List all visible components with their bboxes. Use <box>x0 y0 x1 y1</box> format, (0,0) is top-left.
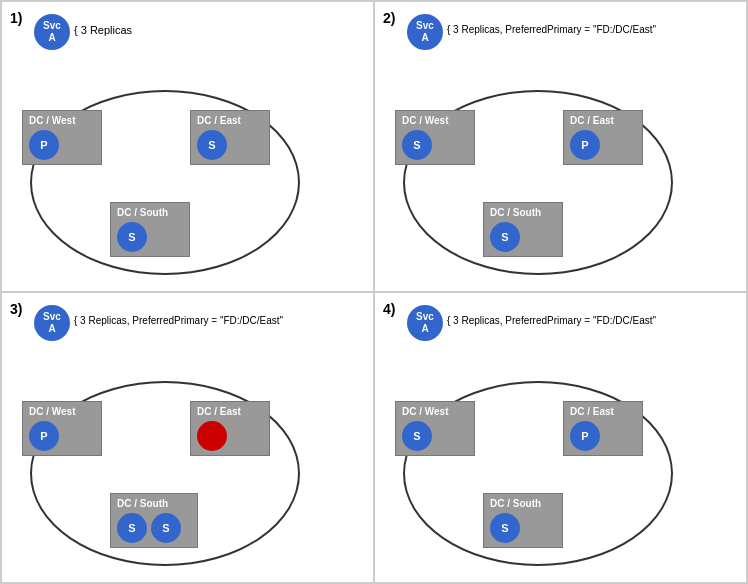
dc-west-1: DC / West P <box>22 110 102 165</box>
dc-south-3: DC / South S S <box>110 493 198 548</box>
quad-label-2: 2) <box>383 10 395 26</box>
dc-south-2: DC / South S <box>483 202 563 257</box>
dc-west-2: DC / West S <box>395 110 475 165</box>
dc-east-2: DC / East P <box>563 110 643 165</box>
dc-east-1: DC / East S <box>190 110 270 165</box>
quadrant-4: 4) SvcA { 3 Replicas, PreferredPrimary =… <box>374 292 747 583</box>
main-grid: 1) SvcA { 3 Replicas DC / West P DC / Ea… <box>0 0 748 584</box>
quad-label-3: 3) <box>10 301 22 317</box>
quadrant-1: 1) SvcA { 3 Replicas DC / West P DC / Ea… <box>1 1 374 292</box>
dc-west-3: DC / West P <box>22 401 102 456</box>
quad-label-4: 4) <box>383 301 395 317</box>
svc-badge-1: SvcA <box>34 14 70 50</box>
brace-desc-2: { 3 Replicas, PreferredPrimary = "FD:/DC… <box>447 24 656 35</box>
svc-badge-2: SvcA <box>407 14 443 50</box>
dc-west-4: DC / West S <box>395 401 475 456</box>
quadrant-2: 2) SvcA { 3 Replicas, PreferredPrimary =… <box>374 1 747 292</box>
dc-south-4: DC / South S <box>483 493 563 548</box>
svc-badge-4: SvcA <box>407 305 443 341</box>
quadrant-3: 3) SvcA { 3 Replicas, PreferredPrimary =… <box>1 292 374 583</box>
brace-desc-1: { 3 Replicas <box>74 24 132 36</box>
brace-desc-3: { 3 Replicas, PreferredPrimary = "FD:/DC… <box>74 315 283 326</box>
brace-desc-4: { 3 Replicas, PreferredPrimary = "FD:/DC… <box>447 315 656 326</box>
svc-badge-3: SvcA <box>34 305 70 341</box>
quad-label-1: 1) <box>10 10 22 26</box>
dc-south-1: DC / South S <box>110 202 190 257</box>
dc-east-3: DC / East <box>190 401 270 456</box>
dc-east-4: DC / East P <box>563 401 643 456</box>
